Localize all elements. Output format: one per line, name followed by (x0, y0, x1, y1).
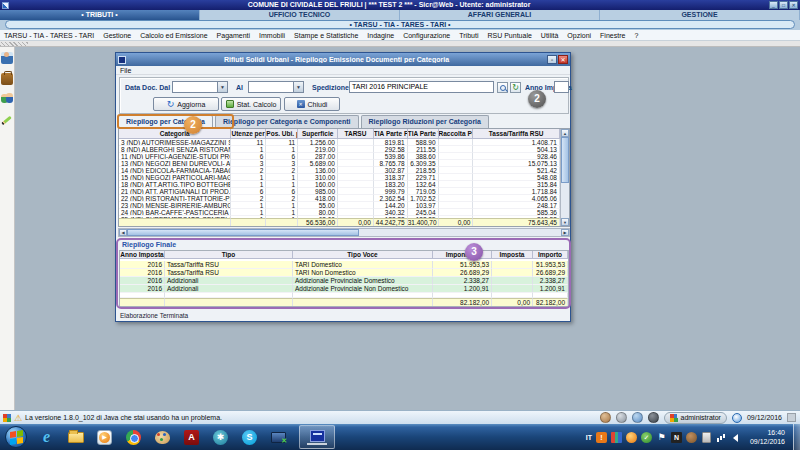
rf-column-header-cell[interactable]: Imponibile (433, 251, 492, 259)
anno-imposta-input[interactable] (554, 81, 569, 93)
stat-calcolo-button[interactable]: Stat. Calcolo (221, 97, 281, 111)
grid-column-header-cell[interactable]: TARSU (338, 129, 374, 139)
statusbar-quick-icon-4[interactable] (648, 412, 659, 423)
scrollbar-thumb[interactable] (127, 229, 359, 236)
adobe-reader-icon[interactable]: A (177, 425, 206, 449)
table-row[interactable]: 23 (ND) MENSE-BIRRERIE-AMBURGHERIE1155,0… (119, 202, 560, 209)
minimize-button[interactable]: _ (769, 1, 778, 9)
start-button[interactable] (5, 426, 27, 448)
grid-column-header-cell[interactable]: Raccolta Puntuale (439, 129, 474, 139)
tab-gestione[interactable]: GESTIONE (600, 10, 800, 20)
grid-column-header-cell[interactable]: Tassa/Tariffa RSU (473, 129, 560, 139)
table-row[interactable]: 3 (ND) AUTORIMESSE-MAGAZZINI SENZA11111.… (119, 139, 560, 146)
aggiorna-button[interactable]: ↻ Aggiorna (153, 97, 219, 111)
menu-item[interactable]: Utilità (541, 32, 559, 39)
refresh-icon[interactable]: ↻ (510, 82, 521, 93)
tray-clock-icon[interactable] (626, 432, 637, 443)
paint-icon[interactable] (148, 425, 177, 449)
rf-row[interactable]: 2016Tassa/Tariffa RSUTARI Non Domestico2… (120, 269, 568, 277)
tab-ufficio-tecnico[interactable]: UFFICIO TECNICO (200, 10, 400, 20)
maximize-button[interactable]: □ (779, 1, 788, 9)
chiudi-button[interactable]: ✕ Chiudi (284, 97, 340, 111)
rf-column-header-cell[interactable]: Imposta (492, 251, 533, 259)
language-indicator[interactable]: IT (586, 434, 592, 441)
internet-explorer-icon[interactable]: e (32, 425, 61, 449)
tab-affari-generali[interactable]: AFFARI GENERALI (400, 10, 600, 20)
statusbar-quick-icon-2[interactable] (616, 412, 627, 423)
user-badge[interactable]: administrator (664, 412, 726, 424)
lotus-notes-icon[interactable]: ✱ (206, 425, 235, 449)
show-desktop-button[interactable] (793, 424, 800, 450)
data-doc-dal-combo[interactable]: ▼ (172, 81, 228, 93)
al-combo[interactable]: ▼ (248, 81, 304, 93)
submodule-tarsu-bar[interactable]: • TARSU - TIA - TARES - TARI • (5, 20, 795, 29)
menu-item[interactable]: Opzioni (567, 32, 591, 39)
table-row[interactable]: 15 (ND) NEGOZI PARTICOLARI-MAGAZZ11310,0… (119, 174, 560, 181)
menu-item[interactable]: Stampe e Statistiche (294, 32, 358, 39)
grid-column-header-cell[interactable]: TIA Parte Variabile (408, 129, 439, 139)
tab-riepilogo-riduzioni[interactable]: Riepilogo Riduzioni per Categoria (361, 115, 489, 128)
tray-volume-icon[interactable] (731, 432, 742, 443)
grid-column-header-cell[interactable]: Superficie (298, 129, 338, 139)
rf-column-header-cell[interactable]: Tipo (165, 251, 293, 259)
tray-clipboard-icon[interactable] (702, 432, 711, 443)
rf-row[interactable]: 2016AddizionaliAddizionale Provinciale D… (120, 277, 568, 285)
statusbar-quick-icon-1[interactable] (600, 412, 611, 423)
table-row[interactable]: 22 (ND) RISTORANTI-TRATTORIE-PIZZER22418… (119, 195, 560, 202)
dialog-close-button[interactable]: ✕ (558, 55, 568, 64)
reader-icon[interactable] (1, 52, 13, 64)
skype-icon[interactable]: S (235, 425, 264, 449)
tray-network-icon[interactable] (716, 432, 727, 443)
rf-column-header-cell[interactable]: Anno Imposta (120, 251, 165, 259)
statusbar-quick-icon-3[interactable] (632, 412, 643, 423)
table-row[interactable]: 24 (ND) BAR-CAFFE'-PASTICCERIA1180,00340… (119, 209, 560, 216)
menu-item[interactable]: Calcolo ed Emissione (140, 32, 207, 39)
media-player-icon[interactable]: ▶ (90, 425, 119, 449)
chevron-down-icon[interactable]: ▼ (293, 82, 303, 92)
chrome-icon[interactable] (119, 425, 148, 449)
tray-stats-icon[interactable] (611, 432, 622, 443)
menu-item[interactable]: Pagamenti (217, 32, 250, 39)
vertical-scrollbar[interactable]: ▲ ▼ (560, 129, 569, 226)
tray-app-icon[interactable] (686, 432, 697, 443)
menu-item[interactable]: Tributi (459, 32, 478, 39)
grid-column-header-cell[interactable]: TIA Parte Fissa (374, 129, 408, 139)
menu-item[interactable]: ? (634, 32, 638, 39)
menu-item[interactable]: RSU Puntuale (487, 32, 531, 39)
chevron-down-icon[interactable]: ▼ (217, 82, 227, 92)
pencil-icon[interactable] (1, 115, 13, 127)
table-row[interactable]: 13 (ND) NEGOZI BENI DUREVOLI- ABBIGL335.… (119, 160, 560, 167)
horizontal-scrollbar[interactable]: ◀ ▶ (118, 228, 570, 237)
menu-item[interactable]: TARSU - TIA - TARES - TARI (4, 32, 94, 39)
scroll-down-icon[interactable]: ▼ (561, 218, 569, 226)
menu-item[interactable]: Immobili (259, 32, 285, 39)
tray-antivirus-icon[interactable]: ✓ (641, 432, 652, 443)
users-icon[interactable] (1, 92, 13, 104)
taskbar-clock[interactable]: 16:40 09/12/2016 (750, 428, 785, 446)
table-row[interactable]: 21 (ND) ATT. ARTIGIANALI DI PROD.BEN6698… (119, 188, 560, 195)
remote-desktop-icon[interactable] (264, 425, 293, 449)
rf-row[interactable]: 2016AddizionaliAddizionale Provinciale N… (120, 285, 568, 293)
toolbar-grip[interactable] (0, 42, 28, 46)
rf-column-header-cell[interactable]: Importo (533, 251, 568, 259)
menu-item[interactable]: Gestione (103, 32, 131, 39)
tray-flag-icon[interactable]: ⚑ (656, 432, 667, 443)
file-explorer-icon[interactable] (61, 425, 90, 449)
menu-item[interactable]: Configurazione (403, 32, 450, 39)
grid-column-header-cell[interactable]: Categoria (119, 129, 231, 139)
spedizione-input[interactable]: TARI 2016 PRINCIPALE (349, 81, 494, 93)
grid-column-header-cell[interactable]: Pos. Ubi. per ... (266, 129, 298, 139)
dialog-menu-file[interactable]: File (116, 66, 570, 75)
close-button[interactable]: ✕ (789, 1, 798, 9)
tray-alert-icon[interactable]: ! (596, 432, 607, 443)
sicrweb-taskbar-button[interactable] (299, 425, 335, 449)
table-row[interactable]: 18 (ND) ATT.ARTIG.TIPO BOTTEGHE-FAL11160… (119, 181, 560, 188)
tray-notes-icon[interactable]: N (671, 432, 682, 443)
dialog-restore-button[interactable]: ▫ (547, 55, 557, 64)
rf-row[interactable]: 2016Tassa/Tariffa RSUTARI Domestico51.95… (120, 261, 568, 269)
menu-item[interactable]: Indagine (367, 32, 394, 39)
table-row[interactable]: 14 (ND) EDICOLA-FARMACIA-TABACCAI22136,0… (119, 167, 560, 174)
table-row[interactable]: 8 (ND) ALBERGHI SENZA RISTORANTE11219,00… (119, 146, 560, 153)
briefcase-icon[interactable] (1, 73, 13, 85)
tab-tributi[interactable]: • TRIBUTI • (0, 10, 200, 20)
